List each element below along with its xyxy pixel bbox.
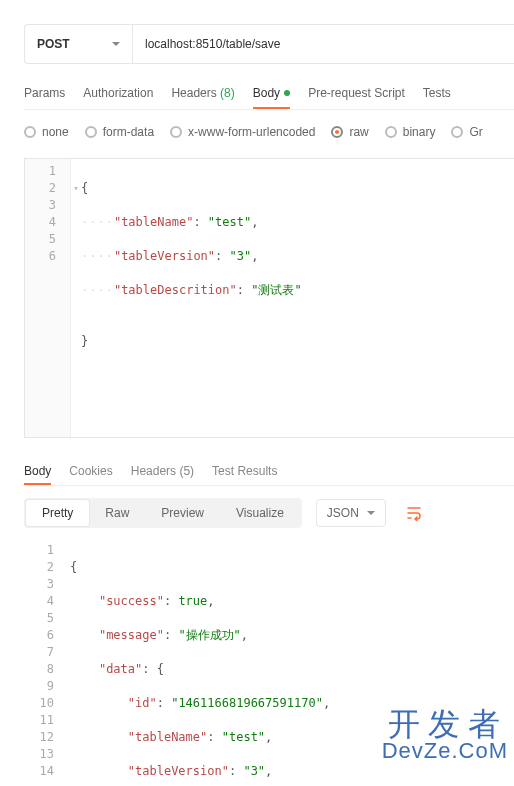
view-mode-segment: Pretty Raw Preview Visualize xyxy=(24,498,302,528)
response-body-editor[interactable]: 1 2 3 4 5 6 7 8 9 10 11 12 13 14 { "succ… xyxy=(24,538,514,786)
request-body-editor[interactable]: 1 2 3 4 5 6 ▾{ ····"tableName": "test", … xyxy=(24,158,514,438)
tab-params[interactable]: Params xyxy=(24,78,65,108)
response-tab-results[interactable]: Test Results xyxy=(212,458,277,484)
radio-binary[interactable]: binary xyxy=(385,125,436,139)
tab-body[interactable]: Body xyxy=(253,78,290,108)
tab-tests[interactable]: Tests xyxy=(423,78,451,108)
radio-urlencoded[interactable]: x-www-form-urlencoded xyxy=(170,125,315,139)
tab-prerequest[interactable]: Pre-request Script xyxy=(308,78,405,108)
code-area[interactable]: ▾{ ····"tableName": "test", ····"tableVe… xyxy=(71,159,514,437)
response-code-area[interactable]: { "success": true, "message": "操作成功", "d… xyxy=(66,538,514,786)
response-tab-body[interactable]: Body xyxy=(24,458,51,484)
view-preview[interactable]: Preview xyxy=(145,500,220,526)
radio-raw[interactable]: raw xyxy=(331,125,368,139)
view-raw[interactable]: Raw xyxy=(89,500,145,526)
chevron-down-icon xyxy=(112,42,120,46)
radio-formdata[interactable]: form-data xyxy=(85,125,154,139)
chevron-down-icon xyxy=(367,511,375,515)
radio-none[interactable]: none xyxy=(24,125,69,139)
radio-graphql[interactable]: Gr xyxy=(451,125,482,139)
body-type-row: none form-data x-www-form-urlencoded raw… xyxy=(24,120,514,144)
request-url-bar: POST xyxy=(24,24,514,64)
view-pretty[interactable]: Pretty xyxy=(26,500,89,526)
modified-dot-icon xyxy=(284,90,290,96)
tab-headers[interactable]: Headers (8) xyxy=(171,78,234,108)
response-tabs: Body Cookies Headers (5) Test Results xyxy=(24,456,514,486)
line-gutter: 1 2 3 4 5 6 xyxy=(25,159,71,437)
method-label: POST xyxy=(37,37,70,51)
response-view-row: Pretty Raw Preview Visualize JSON xyxy=(24,498,514,528)
tab-authorization[interactable]: Authorization xyxy=(83,78,153,108)
view-visualize[interactable]: Visualize xyxy=(220,500,300,526)
url-input[interactable] xyxy=(133,37,514,51)
response-line-gutter: 1 2 3 4 5 6 7 8 9 10 11 12 13 14 xyxy=(24,538,66,786)
response-tab-cookies[interactable]: Cookies xyxy=(69,458,112,484)
response-tab-headers[interactable]: Headers (5) xyxy=(131,458,194,484)
language-select[interactable]: JSON xyxy=(316,499,386,527)
wrap-lines-icon[interactable] xyxy=(400,499,428,527)
request-tabs: Params Authorization Headers (8) Body Pr… xyxy=(24,76,514,110)
method-select[interactable]: POST xyxy=(25,25,133,63)
